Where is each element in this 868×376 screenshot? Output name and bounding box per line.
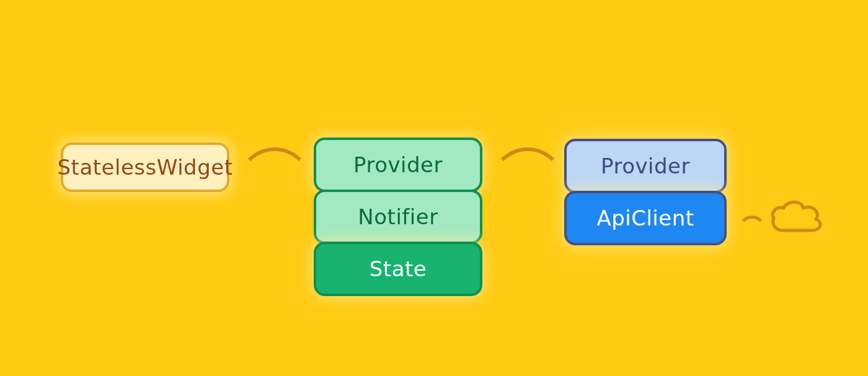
- green-state-box: State: [314, 242, 482, 296]
- connector-arc-1: [237, 147, 312, 223]
- blue-client-box: ApiClient: [564, 191, 727, 245]
- connector-arc-2: [490, 147, 565, 223]
- connector-dash: [738, 216, 766, 244]
- green-notifier-label: Notifier: [358, 204, 438, 229]
- green-provider-label: Provider: [353, 152, 443, 177]
- stateless-widget-label: StatelessWidget: [57, 155, 232, 180]
- stateless-widget-box: StatelessWidget: [61, 142, 229, 192]
- cloud-icon: [768, 198, 825, 238]
- blue-client-label: ApiClient: [596, 206, 694, 230]
- blue-provider-box: Provider: [564, 139, 727, 193]
- diagram-canvas: StatelessWidget Provider Notifier State …: [0, 0, 868, 376]
- green-provider-box: Provider: [314, 138, 482, 192]
- green-notifier-box: Notifier: [314, 190, 482, 244]
- blue-provider-label: Provider: [601, 154, 690, 178]
- green-state-label: State: [370, 256, 427, 281]
